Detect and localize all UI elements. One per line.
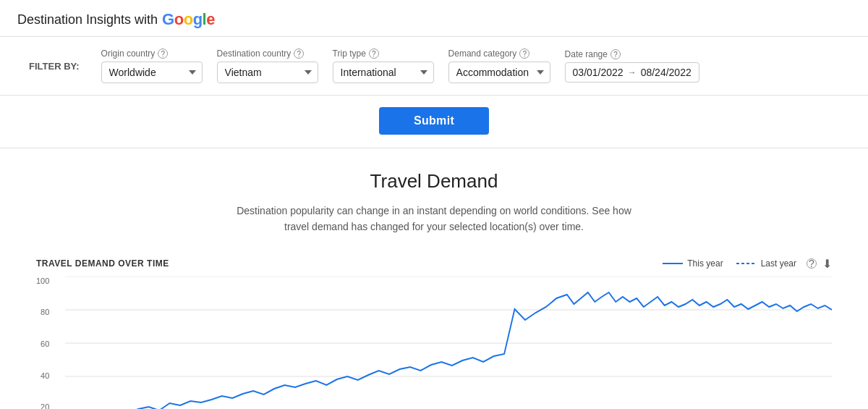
- destination-country-label: Destination country ?: [217, 49, 318, 59]
- y-axis: 100 80 60 40 20 0: [36, 277, 54, 409]
- main-content: Travel Demand Destination popularity can…: [0, 148, 868, 409]
- legend-solid-line: [663, 263, 683, 264]
- filter-by-label: FILTER BY:: [29, 61, 80, 72]
- submit-row: Submit: [0, 96, 868, 148]
- destination-country-help-icon[interactable]: ?: [294, 49, 304, 59]
- y-label-60: 60: [41, 340, 49, 348]
- date-range-help-icon[interactable]: ?: [610, 49, 621, 59]
- filter-bar: FILTER BY: Origin country ? Worldwide Un…: [0, 37, 868, 96]
- origin-country-group: Origin country ? Worldwide United States…: [101, 49, 203, 83]
- legend-last-year: Last year: [736, 258, 796, 269]
- destination-country-group: Destination country ? Vietnam Thailand J…: [217, 49, 318, 83]
- y-label-20: 20: [41, 402, 49, 409]
- chart-svg: [65, 277, 832, 409]
- y-label-80: 80: [41, 308, 49, 316]
- y-label-100: 100: [36, 277, 49, 285]
- chart-container: TRAVEL DEMAND OVER TIME This year Last y…: [29, 257, 839, 409]
- trip-type-help-icon[interactable]: ?: [369, 49, 379, 59]
- header-title: Destination Insights with: [17, 12, 158, 28]
- chart-download-icon[interactable]: ⬇: [822, 257, 832, 271]
- demand-category-help-icon[interactable]: ?: [519, 49, 529, 59]
- chart-header: TRAVEL DEMAND OVER TIME This year Last y…: [36, 257, 832, 271]
- chart-icons: ? ⬇: [807, 257, 832, 271]
- demand-category-group: Demand category ? Accommodation Flights …: [448, 49, 550, 83]
- demand-category-select[interactable]: Accommodation Flights Car rental: [448, 62, 550, 83]
- google-logo: Google: [162, 10, 215, 29]
- legend-this-year: This year: [663, 258, 723, 269]
- y-label-40: 40: [41, 371, 49, 380]
- chart-title: TRAVEL DEMAND OVER TIME: [36, 258, 169, 269]
- trip-type-group: Trip type ? International Domestic: [333, 49, 434, 83]
- demand-category-label: Demand category ?: [448, 49, 550, 59]
- date-range-label: Date range ?: [565, 49, 699, 59]
- origin-country-help-icon[interactable]: ?: [158, 49, 168, 59]
- date-range-start: 03/01/2022: [573, 67, 624, 78]
- chart-legend: This year Last year: [663, 258, 796, 269]
- origin-country-select[interactable]: Worldwide United States United Kingdom A…: [101, 62, 203, 83]
- destination-country-select[interactable]: Vietnam Thailand Japan France Italy: [217, 62, 318, 83]
- section-title: Travel Demand: [29, 170, 839, 193]
- chart-area: 100 80 60 40 20 0: [65, 277, 832, 409]
- date-range-group: Date range ? 03/01/2022 → 08/24/2022: [565, 49, 699, 83]
- trip-type-label: Trip type ?: [333, 49, 434, 59]
- chart-help-icon[interactable]: ?: [807, 258, 817, 269]
- section-desc: Destination popularity can change in an …: [231, 203, 637, 235]
- header: Destination Insights with Google: [0, 0, 868, 37]
- date-range-input[interactable]: 03/01/2022 → 08/24/2022: [565, 62, 699, 83]
- origin-country-label: Origin country ?: [101, 49, 203, 59]
- trip-type-select[interactable]: International Domestic: [333, 62, 434, 83]
- submit-button[interactable]: Submit: [379, 107, 489, 135]
- date-range-end: 08/24/2022: [641, 67, 692, 78]
- date-range-arrow: →: [628, 67, 637, 77]
- legend-dashed-line: [736, 263, 757, 264]
